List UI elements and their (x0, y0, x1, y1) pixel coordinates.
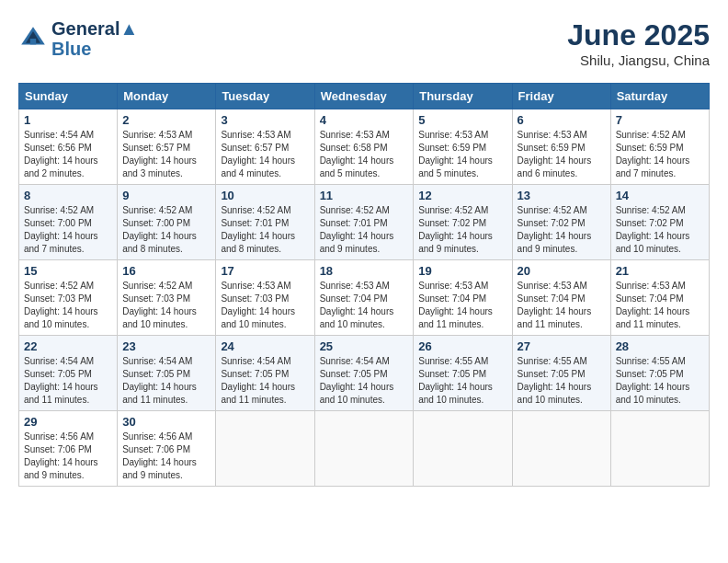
logo: General▲ Blue (18, 18, 138, 59)
day-info: Sunrise: 4:52 AM Sunset: 7:02 PM Dayligh… (616, 204, 704, 256)
calendar-cell: 16Sunrise: 4:52 AM Sunset: 7:03 PM Dayli… (118, 260, 216, 336)
calendar-cell (314, 411, 414, 487)
day-number: 29 (24, 415, 112, 429)
day-number: 4 (320, 113, 409, 127)
day-number: 2 (122, 113, 210, 127)
calendar-cell: 22Sunrise: 4:54 AM Sunset: 7:05 PM Dayli… (19, 336, 118, 411)
day-number: 10 (221, 189, 309, 202)
weekday-header-row: SundayMondayTuesdayWednesdayThursdayFrid… (19, 84, 710, 109)
day-info: Sunrise: 4:54 AM Sunset: 7:05 PM Dayligh… (24, 355, 112, 407)
day-number: 17 (221, 264, 309, 278)
calendar-cell: 20Sunrise: 4:53 AM Sunset: 7:04 PM Dayli… (512, 260, 610, 336)
day-number: 11 (320, 189, 409, 202)
calendar-cell: 6Sunrise: 4:53 AM Sunset: 6:59 PM Daylig… (512, 109, 610, 185)
header: General▲ Blue June 2025 Shilu, Jiangsu, … (18, 18, 710, 68)
day-number: 13 (518, 189, 606, 202)
day-number: 24 (221, 339, 309, 353)
calendar-cell: 1Sunrise: 4:54 AM Sunset: 6:56 PM Daylig… (19, 109, 118, 185)
calendar-week-row: 1Sunrise: 4:54 AM Sunset: 6:56 PM Daylig… (19, 109, 710, 185)
day-info: Sunrise: 4:52 AM Sunset: 7:03 PM Dayligh… (24, 280, 112, 331)
calendar-cell: 26Sunrise: 4:55 AM Sunset: 7:05 PM Dayli… (414, 336, 512, 411)
day-info: Sunrise: 4:54 AM Sunset: 7:05 PM Dayligh… (320, 355, 409, 407)
weekday-header-saturday: Saturday (610, 84, 709, 109)
day-info: Sunrise: 4:55 AM Sunset: 7:05 PM Dayligh… (418, 355, 506, 407)
calendar-week-row: 8Sunrise: 4:52 AM Sunset: 7:00 PM Daylig… (19, 185, 710, 260)
weekday-header-friday: Friday (512, 84, 610, 109)
weekday-header-tuesday: Tuesday (216, 84, 314, 109)
day-info: Sunrise: 4:52 AM Sunset: 7:01 PM Dayligh… (221, 204, 309, 256)
calendar-table: SundayMondayTuesdayWednesdayThursdayFrid… (18, 83, 710, 487)
day-number: 26 (418, 339, 506, 353)
calendar-cell: 8Sunrise: 4:52 AM Sunset: 7:00 PM Daylig… (19, 185, 118, 260)
calendar-cell: 28Sunrise: 4:55 AM Sunset: 7:05 PM Dayli… (610, 336, 709, 411)
day-number: 14 (616, 189, 704, 202)
day-info: Sunrise: 4:53 AM Sunset: 6:59 PM Dayligh… (518, 129, 606, 180)
day-number: 15 (24, 264, 112, 278)
day-number: 25 (320, 339, 409, 353)
calendar-cell: 21Sunrise: 4:53 AM Sunset: 7:04 PM Dayli… (610, 260, 709, 336)
calendar-cell: 15Sunrise: 4:52 AM Sunset: 7:03 PM Dayli… (19, 260, 118, 336)
day-number: 1 (24, 113, 112, 127)
day-number: 30 (122, 415, 210, 429)
calendar-week-row: 22Sunrise: 4:54 AM Sunset: 7:05 PM Dayli… (19, 336, 710, 411)
calendar-cell: 19Sunrise: 4:53 AM Sunset: 7:04 PM Dayli… (414, 260, 512, 336)
day-info: Sunrise: 4:54 AM Sunset: 6:56 PM Dayligh… (24, 129, 112, 180)
calendar-cell (216, 411, 314, 487)
calendar-cell: 23Sunrise: 4:54 AM Sunset: 7:05 PM Dayli… (118, 336, 216, 411)
day-info: Sunrise: 4:52 AM Sunset: 6:59 PM Dayligh… (616, 129, 704, 180)
calendar-cell: 14Sunrise: 4:52 AM Sunset: 7:02 PM Dayli… (610, 185, 709, 260)
day-info: Sunrise: 4:52 AM Sunset: 7:00 PM Dayligh… (122, 204, 210, 256)
day-info: Sunrise: 4:56 AM Sunset: 7:06 PM Dayligh… (122, 431, 210, 482)
day-info: Sunrise: 4:54 AM Sunset: 7:05 PM Dayligh… (221, 355, 309, 407)
calendar-cell: 7Sunrise: 4:52 AM Sunset: 6:59 PM Daylig… (610, 109, 709, 185)
day-info: Sunrise: 4:53 AM Sunset: 6:57 PM Dayligh… (221, 129, 309, 180)
day-number: 20 (518, 264, 606, 278)
day-number: 12 (418, 189, 506, 202)
calendar-cell: 4Sunrise: 4:53 AM Sunset: 6:58 PM Daylig… (314, 109, 414, 185)
day-info: Sunrise: 4:53 AM Sunset: 6:57 PM Dayligh… (122, 129, 210, 180)
calendar-cell: 24Sunrise: 4:54 AM Sunset: 7:05 PM Dayli… (216, 336, 314, 411)
day-info: Sunrise: 4:52 AM Sunset: 7:02 PM Dayligh… (518, 204, 606, 256)
calendar-cell: 25Sunrise: 4:54 AM Sunset: 7:05 PM Dayli… (314, 336, 414, 411)
calendar-cell: 10Sunrise: 4:52 AM Sunset: 7:01 PM Dayli… (216, 185, 314, 260)
calendar-cell: 17Sunrise: 4:53 AM Sunset: 7:03 PM Dayli… (216, 260, 314, 336)
day-info: Sunrise: 4:56 AM Sunset: 7:06 PM Dayligh… (24, 431, 112, 482)
svg-rect-2 (30, 39, 36, 44)
calendar-cell: 13Sunrise: 4:52 AM Sunset: 7:02 PM Dayli… (512, 185, 610, 260)
weekday-header-wednesday: Wednesday (314, 84, 414, 109)
weekday-header-monday: Monday (118, 84, 216, 109)
day-info: Sunrise: 4:53 AM Sunset: 7:04 PM Dayligh… (320, 280, 409, 331)
calendar-cell: 3Sunrise: 4:53 AM Sunset: 6:57 PM Daylig… (216, 109, 314, 185)
calendar-cell: 29Sunrise: 4:56 AM Sunset: 7:06 PM Dayli… (19, 411, 118, 487)
calendar-cell (512, 411, 610, 487)
day-info: Sunrise: 4:53 AM Sunset: 7:03 PM Dayligh… (221, 280, 309, 331)
calendar-cell: 30Sunrise: 4:56 AM Sunset: 7:06 PM Dayli… (118, 411, 216, 487)
calendar-cell: 11Sunrise: 4:52 AM Sunset: 7:01 PM Dayli… (314, 185, 414, 260)
day-number: 21 (616, 264, 704, 278)
day-number: 16 (122, 264, 210, 278)
calendar-week-row: 29Sunrise: 4:56 AM Sunset: 7:06 PM Dayli… (19, 411, 710, 487)
day-number: 28 (616, 339, 704, 353)
day-info: Sunrise: 4:52 AM Sunset: 7:03 PM Dayligh… (122, 280, 210, 331)
day-info: Sunrise: 4:53 AM Sunset: 7:04 PM Dayligh… (518, 280, 606, 331)
calendar-cell: 2Sunrise: 4:53 AM Sunset: 6:57 PM Daylig… (118, 109, 216, 185)
day-number: 9 (122, 189, 210, 202)
weekday-header-sunday: Sunday (19, 84, 118, 109)
location-subtitle: Shilu, Jiangsu, China (567, 52, 710, 68)
calendar-cell: 9Sunrise: 4:52 AM Sunset: 7:00 PM Daylig… (118, 185, 216, 260)
day-number: 23 (122, 339, 210, 353)
day-info: Sunrise: 4:52 AM Sunset: 7:00 PM Dayligh… (24, 204, 112, 256)
logo-icon (18, 24, 48, 53)
calendar-cell: 12Sunrise: 4:52 AM Sunset: 7:02 PM Dayli… (414, 185, 512, 260)
day-info: Sunrise: 4:55 AM Sunset: 7:05 PM Dayligh… (518, 355, 606, 407)
day-info: Sunrise: 4:53 AM Sunset: 6:58 PM Dayligh… (320, 129, 409, 180)
day-info: Sunrise: 4:54 AM Sunset: 7:05 PM Dayligh… (122, 355, 210, 407)
day-number: 7 (616, 113, 704, 127)
day-info: Sunrise: 4:55 AM Sunset: 7:05 PM Dayligh… (616, 355, 704, 407)
day-info: Sunrise: 4:53 AM Sunset: 6:59 PM Dayligh… (418, 129, 506, 180)
day-number: 5 (418, 113, 506, 127)
calendar-cell: 5Sunrise: 4:53 AM Sunset: 6:59 PM Daylig… (414, 109, 512, 185)
day-number: 3 (221, 113, 309, 127)
day-info: Sunrise: 4:53 AM Sunset: 7:04 PM Dayligh… (418, 280, 506, 331)
day-number: 6 (518, 113, 606, 127)
